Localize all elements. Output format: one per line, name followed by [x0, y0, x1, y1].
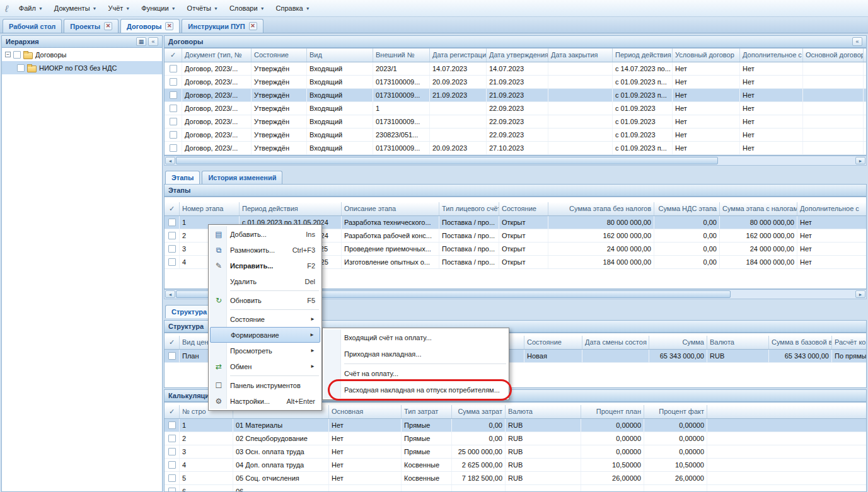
- scrollbar-thumb[interactable]: [176, 157, 718, 164]
- row-checkbox[interactable]: [165, 76, 182, 88]
- column-header[interactable]: [707, 405, 866, 418]
- column-header[interactable]: Сумма: [649, 336, 707, 349]
- menu-item-outgoing-delivery-note[interactable]: Расходная накладная на отпуск потребител…: [324, 382, 507, 398]
- row-checkbox[interactable]: [165, 472, 180, 484]
- column-header[interactable]: Дата закрытия: [548, 49, 613, 62]
- table-row[interactable]: Договор, 2023/...УтверждёнВходящий017310…: [165, 89, 866, 102]
- tab-change-history[interactable]: История изменений: [202, 171, 282, 184]
- table-row[interactable]: 505 Соц. отчисленияНетКосвенные7 182 500…: [165, 472, 866, 485]
- menu-file[interactable]: Файл▼: [13, 2, 49, 14]
- column-header[interactable]: Дата смены состоя: [582, 336, 649, 349]
- column-header[interactable]: Процент факт: [644, 405, 707, 418]
- menu-item-formation[interactable]: Формирование►: [210, 327, 320, 343]
- column-header[interactable]: Состояние: [524, 336, 582, 349]
- menu-dictionaries[interactable]: Словари▼: [224, 2, 270, 14]
- column-header[interactable]: Номер этапа: [180, 202, 240, 215]
- column-header[interactable]: Сумма этапа с налогами: [720, 202, 797, 215]
- row-checkbox[interactable]: [165, 102, 182, 115]
- select-all-column-header[interactable]: ✓: [165, 336, 180, 349]
- table-row[interactable]: Договор, 2023/...УтверждёнВходящий122.09…: [165, 102, 866, 115]
- row-checkbox[interactable]: [165, 485, 180, 492]
- tab-desktop[interactable]: Рабочий стол: [3, 19, 62, 33]
- table-row[interactable]: 404 Доп. оплата трудаНетКосвенные2 625 0…: [165, 459, 866, 472]
- column-header[interactable]: Основная: [329, 405, 402, 418]
- row-checkbox[interactable]: [165, 62, 182, 75]
- column-header[interactable]: Условный договор: [673, 49, 740, 62]
- column-header[interactable]: Документ (тип, №: [182, 49, 252, 62]
- row-checkbox[interactable]: [165, 419, 180, 432]
- tab-contracts[interactable]: Договоры✕: [120, 19, 180, 33]
- row-checkbox[interactable]: [165, 216, 180, 229]
- menu-item-toolbar[interactable]: ☐Панель инструментов: [210, 377, 320, 393]
- menu-item-add[interactable]: ▤Добавить...Ins: [210, 226, 320, 242]
- tree-collapse-icon[interactable]: −: [5, 52, 11, 57]
- column-header[interactable]: Период действия: [240, 202, 342, 215]
- column-header[interactable]: Сумма этапа без налогов: [548, 202, 654, 215]
- column-header[interactable]: Вид: [307, 49, 373, 62]
- menu-documents[interactable]: Документы▼: [49, 2, 103, 14]
- column-header[interactable]: Тип лицевого счёт: [439, 202, 499, 215]
- column-header[interactable]: Дополнительное с: [740, 49, 803, 62]
- close-tab-icon[interactable]: ✕: [249, 22, 257, 30]
- tree-item-contracts[interactable]: − Договоры: [2, 48, 162, 61]
- tab-pup-instructions[interactable]: Инструкции ПУП✕: [182, 19, 263, 33]
- menu-item-incoming-invoice[interactable]: Входящий счёт на оплату...: [324, 329, 507, 346]
- select-all-column-header[interactable]: ✓: [165, 202, 180, 215]
- table-row[interactable]: Договор, 2023/...УтверждёнВходящий230823…: [165, 129, 866, 142]
- tab-projects[interactable]: Проекты✕: [64, 19, 119, 33]
- scroll-right-icon[interactable]: ►: [855, 290, 865, 298]
- table-row[interactable]: Договор, 2023/...УтверждёнВходящий017310…: [165, 142, 866, 155]
- column-header[interactable]: Дата регистрации: [430, 49, 487, 62]
- row-checkbox[interactable]: [165, 115, 182, 128]
- menu-item-edit[interactable]: ✎Исправить...F2: [210, 258, 320, 273]
- column-header[interactable]: Основной договор: [803, 49, 864, 62]
- column-header[interactable]: Описание этапа: [342, 202, 439, 215]
- row-checkbox[interactable]: [165, 142, 182, 154]
- row-checkbox[interactable]: [165, 256, 180, 268]
- column-header[interactable]: Состояние: [499, 202, 548, 215]
- scroll-left-icon[interactable]: ◄: [165, 290, 175, 298]
- close-tab-icon[interactable]: ✕: [165, 22, 173, 30]
- row-checkbox[interactable]: [165, 229, 180, 242]
- column-header[interactable]: Сумма затрат: [452, 405, 506, 418]
- menu-item-settings[interactable]: ⚙Настройки...Alt+Enter: [210, 393, 320, 409]
- checkbox-icon[interactable]: [13, 51, 21, 59]
- column-header[interactable]: [864, 49, 867, 62]
- table-row[interactable]: Договор, 2023/...УтверждёнВходящий017310…: [165, 115, 866, 129]
- menu-accounting[interactable]: Учёт▼: [102, 2, 136, 14]
- column-header[interactable]: Дополнительное с: [797, 202, 866, 215]
- table-row[interactable]: Договор, 2023/...УтверждёнВходящий017310…: [165, 76, 866, 89]
- contracts-horizontal-scrollbar[interactable]: ◄ ►: [164, 156, 867, 166]
- column-header[interactable]: Период действия: [613, 49, 673, 62]
- column-header[interactable]: Расчёт ко: [832, 336, 866, 349]
- column-header[interactable]: Внешний №: [373, 49, 430, 62]
- table-row[interactable]: 606: [165, 485, 866, 492]
- select-all-column-header[interactable]: ✓: [165, 405, 180, 418]
- tab-structure[interactable]: Структура: [165, 305, 213, 318]
- column-header[interactable]: Сумма НДС этапа: [654, 202, 720, 215]
- collapse-panel-icon[interactable]: «: [852, 37, 862, 46]
- table-row[interactable]: Договор, 2023/...УтверждёнВходящий2023/1…: [165, 62, 866, 76]
- menu-item-state[interactable]: Состояние►: [210, 311, 320, 327]
- table-row[interactable]: 303 Осн. оплата трудаНетПрямые25 000 000…: [165, 445, 866, 459]
- table-row[interactable]: 202 СпецоборудованиеНетПрямые0,00RUB0,00…: [165, 432, 866, 445]
- column-header[interactable]: Валюта: [506, 405, 581, 418]
- menu-item-exchange[interactable]: ⇄Обмен►: [210, 358, 320, 374]
- menu-functions[interactable]: Функции▼: [136, 2, 181, 14]
- menu-reports[interactable]: Отчёты▼: [182, 2, 224, 14]
- menu-item-duplicate[interactable]: ⧉Размножить...Ctrl+F3: [210, 242, 320, 258]
- menu-item-receipt-note[interactable]: Приходная накладная...: [324, 346, 507, 362]
- menu-item-view[interactable]: Просмотреть►: [210, 343, 320, 358]
- table-row[interactable]: 101 МатериалыНетПрямые0,00RUB0,000000,00…: [165, 419, 866, 432]
- menu-item-refresh[interactable]: ↻ОбновитьF5: [210, 292, 320, 308]
- row-checkbox[interactable]: [165, 89, 182, 101]
- menu-item-delete[interactable]: УдалитьDel: [210, 273, 320, 289]
- row-checkbox[interactable]: [165, 459, 180, 471]
- tab-stages[interactable]: Этапы: [165, 171, 200, 184]
- scroll-right-icon[interactable]: ►: [855, 157, 865, 164]
- row-checkbox[interactable]: [165, 129, 182, 141]
- row-checkbox[interactable]: [165, 243, 180, 255]
- column-header[interactable]: Тип затрат: [402, 405, 452, 418]
- close-tab-icon[interactable]: ✕: [104, 22, 112, 30]
- tree-item-niokr[interactable]: НИОКР по ГОЗ без НДС: [2, 61, 162, 74]
